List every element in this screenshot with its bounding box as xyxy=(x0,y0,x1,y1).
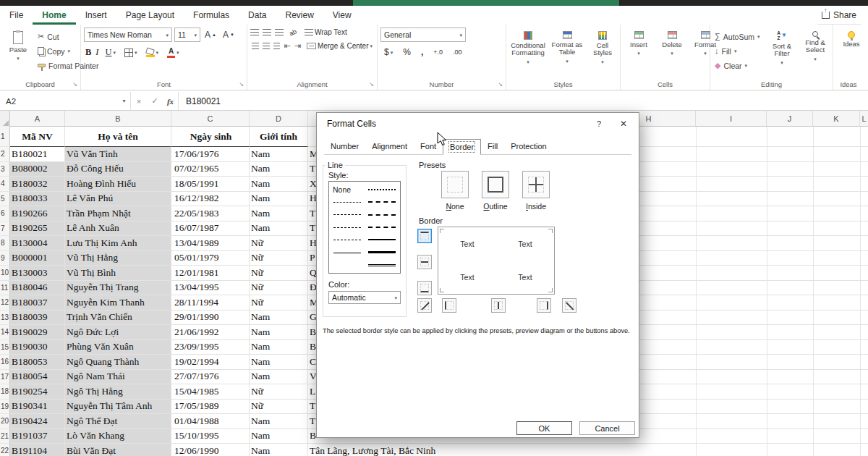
column-header-i[interactable]: I xyxy=(696,111,767,126)
cell-id[interactable]: B190254 xyxy=(10,384,65,400)
border-left-button[interactable] xyxy=(442,298,456,313)
dialog-tab-fill[interactable]: Fill xyxy=(481,139,504,154)
cell-gender[interactable]: Nam xyxy=(250,192,308,207)
bold-button[interactable]: B xyxy=(85,47,91,58)
line-style-option[interactable]: None xyxy=(330,183,365,196)
border-vertical-middle-button[interactable] xyxy=(491,298,506,313)
row-header[interactable]: 1 xyxy=(0,127,10,147)
tab-file[interactable]: File xyxy=(0,6,33,25)
orientation-button[interactable]: ab xyxy=(286,26,300,39)
cell-gender[interactable]: Nam xyxy=(250,444,308,456)
line-style-option[interactable] xyxy=(330,234,365,247)
cell-dob[interactable]: 16/12/1982 xyxy=(171,192,250,207)
decrease-indent-icon[interactable]: ⇤ xyxy=(284,42,290,50)
share-button[interactable]: Share xyxy=(817,6,861,25)
line-style-option[interactable] xyxy=(330,208,365,221)
insert-cells-button[interactable]: Insert▾ xyxy=(624,28,654,79)
cell-id[interactable]: B190030 xyxy=(10,340,65,355)
format-as-table-button[interactable]: Format as Table▾ xyxy=(550,28,584,79)
name-box-dropdown[interactable]: ▾ xyxy=(118,92,131,110)
border-diagonal-down-button[interactable] xyxy=(562,298,576,313)
cell-name[interactable]: Lò Văn Khang xyxy=(65,429,171,444)
active-cell[interactable]: B180021 xyxy=(10,147,65,162)
cell-gender[interactable]: Nam xyxy=(250,311,308,326)
cell-name[interactable]: Vũ Thị Bình xyxy=(65,266,171,281)
cell-dob[interactable]: 12/06/1990 xyxy=(171,444,250,456)
border-middle-button[interactable] xyxy=(417,255,432,269)
cell-name[interactable]: Trần Phạm Nhật xyxy=(65,206,171,221)
column-header-a[interactable]: A xyxy=(10,111,65,126)
cell-id[interactable]: B190029 xyxy=(10,325,65,340)
cell-gender[interactable]: Nam xyxy=(250,355,308,370)
row-header[interactable]: 19 xyxy=(0,400,10,415)
cell-dob[interactable]: 16/07/1987 xyxy=(171,221,250,237)
line-style-option[interactable] xyxy=(365,183,399,195)
number-format-select[interactable]: General▾ xyxy=(380,28,466,42)
align-bottom-icon[interactable] xyxy=(275,29,284,35)
cell-name[interactable]: Vũ Văn Tình xyxy=(65,147,171,162)
cell-id[interactable]: B130004 xyxy=(10,236,65,251)
row-header[interactable]: 9 xyxy=(0,251,10,266)
column-header-j[interactable]: J xyxy=(767,111,813,126)
cell-dob[interactable]: 18/05/1991 xyxy=(171,177,250,192)
ideas-button[interactable]: Ideas xyxy=(836,28,867,48)
fill-color-button[interactable]: ▾ xyxy=(144,48,161,58)
header-cell-id[interactable]: Mã NV xyxy=(10,127,65,147)
row-header[interactable]: 7 xyxy=(0,221,10,237)
cell-dob[interactable]: 17/06/1976 xyxy=(171,147,250,162)
cell-dob[interactable]: 19/02/1994 xyxy=(171,355,250,370)
dialog-tab-alignment[interactable]: Alignment xyxy=(365,139,414,154)
header-cell-name[interactable]: Họ và tên xyxy=(65,127,171,147)
header-cell-dob[interactable]: Ngày sinh xyxy=(171,127,250,147)
cell-name[interactable]: Ngô Quang Thành xyxy=(65,355,171,370)
align-top-icon[interactable] xyxy=(250,29,259,35)
ok-button[interactable]: OK xyxy=(516,421,572,435)
cell-name[interactable]: Lưu Thị Kim Anh xyxy=(65,236,171,251)
cell-gender[interactable]: Nam xyxy=(250,147,308,162)
row-header[interactable]: 6 xyxy=(0,206,10,221)
cancel-button[interactable]: Cancel xyxy=(579,421,635,435)
cell-name[interactable]: Ngô Thị Hằng xyxy=(65,384,171,400)
tab-data[interactable]: Data xyxy=(239,6,276,25)
row-header[interactable]: 14 xyxy=(0,325,10,340)
row-header[interactable]: 11 xyxy=(0,281,10,296)
line-style-option[interactable] xyxy=(365,208,399,221)
cell-name[interactable]: Đỗ Công Hiếu xyxy=(65,162,171,177)
cell-gender[interactable]: Nữ xyxy=(250,236,308,251)
find-select-button[interactable]: Find & Select▾ xyxy=(800,28,830,79)
italic-button[interactable]: I xyxy=(95,47,98,58)
name-box[interactable]: A2 xyxy=(0,92,118,110)
clear-button[interactable]: ◆Clear▾ xyxy=(713,59,764,72)
cell-name[interactable]: Nguyễn Thị Trang xyxy=(65,281,171,296)
merge-center-button[interactable]: Merge & Center▾ xyxy=(305,41,375,51)
cell-id[interactable]: B130003 xyxy=(10,266,65,281)
decrease-font-button[interactable]: A▼ xyxy=(221,29,237,41)
cell-gender[interactable]: Nữ xyxy=(250,400,308,415)
column-header-b[interactable]: B xyxy=(65,111,171,126)
confirm-entry-button[interactable]: ✓ xyxy=(147,92,163,110)
cell-dob[interactable]: 07/02/1965 xyxy=(171,162,250,177)
row-header[interactable]: 17 xyxy=(0,370,10,385)
cell-gender[interactable]: Nam xyxy=(250,370,308,385)
row-header[interactable]: 10 xyxy=(0,266,10,281)
align-middle-icon[interactable] xyxy=(263,29,271,35)
decrease-decimal-button[interactable]: .00 xyxy=(451,48,464,56)
row-header[interactable]: 20 xyxy=(0,414,10,429)
line-style-option[interactable] xyxy=(365,221,399,233)
help-icon[interactable]: ? xyxy=(597,119,601,128)
row-header[interactable]: 21 xyxy=(0,429,10,444)
row-header[interactable]: 13 xyxy=(0,311,10,326)
cell-id[interactable]: B180046 xyxy=(10,281,65,296)
cell-name[interactable]: Hoàng Đình Hiếu xyxy=(65,177,171,192)
accounting-format-button[interactable]: $▾ xyxy=(382,46,395,58)
font-name-select[interactable]: Times New Roman▾ xyxy=(84,28,172,42)
cell-dob[interactable]: 17/05/1989 xyxy=(171,400,250,415)
cell-gender[interactable]: Nam xyxy=(250,206,308,221)
border-diagonal-up-button[interactable] xyxy=(417,298,432,313)
percent-style-button[interactable]: % xyxy=(401,46,413,58)
cell-gender[interactable]: Nam xyxy=(250,325,308,340)
cell-gender[interactable]: Nam xyxy=(250,429,308,444)
column-header-c[interactable]: C xyxy=(171,111,250,126)
cell-name[interactable]: Trịnh Văn Chiến xyxy=(65,311,171,326)
underline-button[interactable]: U▾ xyxy=(103,46,119,59)
